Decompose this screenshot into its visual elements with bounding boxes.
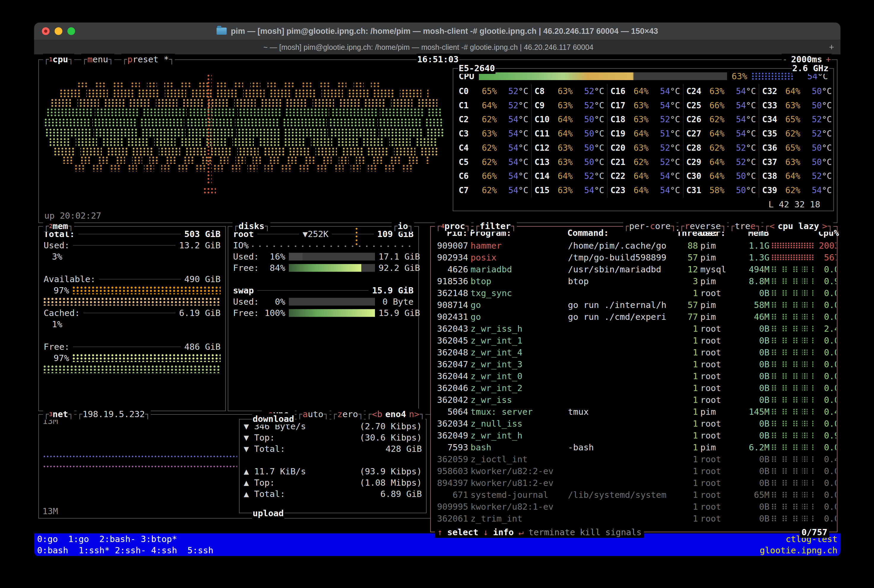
terminate-button[interactable]: terminate xyxy=(528,526,575,538)
title-bar[interactable]: pim — [mosh] pim@glootie.ipng.ch: /home/… xyxy=(34,22,841,40)
core-temp: 54°C xyxy=(650,100,680,111)
core-cell: C38 64% 52°C xyxy=(759,170,835,184)
process-row[interactable]: 918536 btop btop 3 pim 8.8M 0.9 xyxy=(431,275,836,287)
process-row[interactable]: 894397 kworker/u81:2-ev 1 root 0B 0.0 xyxy=(431,477,836,489)
auto-button[interactable]: auto xyxy=(296,408,329,420)
process-row[interactable]: 671 systemd-journal /lib/systemd/system … xyxy=(431,489,836,501)
close-button[interactable] xyxy=(42,27,50,35)
new-tab-button[interactable]: + xyxy=(823,42,841,52)
core-cell: C1 64% 52°C xyxy=(456,99,531,113)
core-temp: 50°C xyxy=(575,157,604,168)
cpu-panel: 1cpu menu preset * 16:51:03 - 2000ms + xyxy=(38,59,838,223)
core-name: C22 xyxy=(611,171,632,182)
core-usage: 64% xyxy=(785,171,800,182)
core-name: C14 xyxy=(535,171,556,182)
core-name: C20 xyxy=(611,142,632,154)
core-temp: 50°C xyxy=(575,128,604,140)
process-memory: 0B xyxy=(740,323,770,334)
process-cpu-percent: 0.0 xyxy=(816,394,836,405)
sort-mode-switcher[interactable]: <cpu lazy> xyxy=(763,220,833,232)
swap-used-bar xyxy=(289,298,375,306)
process-cpu-meter xyxy=(772,350,814,356)
process-row[interactable]: 5064 tmux: server tmux 1 pim 145M 0.4 xyxy=(431,406,836,418)
interface-switcher[interactable]: <beno4n> xyxy=(366,408,426,420)
download-top-row: ▼ Top:(30.6 Kibps) xyxy=(244,432,422,443)
net-ip-address: 198.19.5.232 xyxy=(77,408,151,420)
per-core-toggle[interactable]: per-core xyxy=(623,220,677,232)
process-row[interactable]: 362048 z_wr_int_4 1 root 0B 0.0 xyxy=(431,346,836,358)
zoom-button[interactable] xyxy=(68,27,75,35)
process-row[interactable]: 362148 txg_sync 1 root 0B 0.0 xyxy=(431,287,836,299)
process-threads: 12 xyxy=(677,264,698,275)
process-pid: 362044 xyxy=(433,370,468,382)
process-user: root xyxy=(700,418,737,429)
process-row[interactable]: 909995 kworker/u82:1-ev 1 root 0B 0.0 xyxy=(431,501,836,513)
process-cpu-meter xyxy=(772,326,814,332)
tab-title[interactable]: ~ — [mosh] pim@glootie.ipng.ch: /home/pi… xyxy=(34,43,823,52)
process-row[interactable]: 362061 z_trim_int 1 root 0B 0.0 xyxy=(431,513,836,525)
preset-button[interactable]: preset * xyxy=(122,54,175,65)
process-row[interactable]: 362045 z_wr_int_1 1 root 0B 0.0 xyxy=(431,334,836,346)
process-cpu-percent: 2.4 xyxy=(816,323,836,334)
process-row[interactable]: 362059 z_ioctl_int 1 root 0B 0.4 xyxy=(431,453,836,465)
process-cpu-meter xyxy=(772,421,814,427)
core-usage: 62% xyxy=(482,114,497,125)
mem-free-meter2 xyxy=(44,364,221,375)
process-row[interactable]: 362046 z_wr_int_2 1 root 0B 0.0 xyxy=(431,382,836,394)
process-row[interactable]: 902431 go go run ./cmd/experi 77 pim 46M… xyxy=(431,311,836,323)
core-cell: C16 64% 54°C xyxy=(607,84,683,99)
process-row[interactable]: 909007 hammer /home/pim/.cache/go 88 pim… xyxy=(431,240,836,252)
process-row[interactable]: 362043 z_wr_iss_h 1 root 0B 2.4 xyxy=(431,323,836,334)
filter-button[interactable]: filter xyxy=(474,220,517,232)
core-temp: 50°C xyxy=(726,185,756,196)
process-cpu-percent: 0.0 xyxy=(816,489,836,501)
menu-button[interactable]: menu xyxy=(81,54,114,65)
disk-root-free-row: Free:84% 92.2 GiB xyxy=(233,262,414,273)
process-user: root xyxy=(700,335,737,346)
zero-button[interactable]: zero xyxy=(331,408,364,420)
interval-decrease-button[interactable]: - xyxy=(782,54,787,65)
process-row[interactable]: 362034 z_null_iss 1 root 0B 0.0 xyxy=(431,418,836,430)
core-cell: C7 62% 54°C xyxy=(456,183,531,198)
process-cpu-percent: 0.0 xyxy=(816,335,836,346)
core-name: C29 xyxy=(686,157,708,168)
process-cpu-meter xyxy=(772,290,814,296)
process-row[interactable]: 362044 z_wr_int_0 1 root 0B 0.0 xyxy=(431,370,836,382)
core-name: C9 xyxy=(535,100,556,111)
process-row[interactable]: 958603 kworker/u82:2-ev 1 root 0B 0.0 xyxy=(431,465,836,477)
reverse-toggle[interactable]: reverse xyxy=(678,220,727,232)
folder-icon xyxy=(217,28,227,35)
signals-button[interactable]: signals xyxy=(605,526,642,538)
process-program: z_null_iss xyxy=(471,418,566,429)
process-threads: 1 xyxy=(677,501,698,512)
io-toggle-button[interactable]: io xyxy=(391,220,414,232)
tree-toggle[interactable]: tree xyxy=(729,220,762,232)
process-threads: 88 xyxy=(677,240,698,251)
select-down-arrow[interactable]: ↓ xyxy=(483,526,488,538)
process-cpu-meter xyxy=(772,243,814,249)
core-temp: 54°C xyxy=(726,100,756,111)
process-memory: 0B xyxy=(740,465,770,477)
process-row[interactable]: 362049 z_wr_int_h 1 root 0B 0.9 xyxy=(431,430,836,441)
select-up-arrow[interactable]: ↑ xyxy=(437,526,442,538)
process-row[interactable]: 902934 posix /tmp/go-build598899 57 pim … xyxy=(431,252,836,264)
core-name: C21 xyxy=(611,157,632,168)
process-row[interactable]: 4626 mariadbd /usr/sbin/mariadbd 12 mysq… xyxy=(431,264,836,275)
process-row[interactable]: 7593 bash -bash 1 pim 6.2M 0.0 xyxy=(431,441,836,453)
core-temp: 54°C xyxy=(575,185,604,196)
process-user: mysql xyxy=(700,264,737,275)
minimize-button[interactable] xyxy=(55,27,62,35)
info-hint[interactable]: info xyxy=(493,526,514,538)
select-hint[interactable]: select xyxy=(447,526,478,538)
process-row[interactable]: 908714 go go run ./internal/h 57 pim 58M… xyxy=(431,299,836,311)
core-temp: 52°C xyxy=(650,157,680,168)
kill-button[interactable]: kill xyxy=(580,526,600,538)
process-cpu-meter xyxy=(772,266,814,272)
core-name: C3 xyxy=(459,128,480,140)
mem-available-row: Available:490 GiB xyxy=(44,273,221,285)
process-row[interactable]: 362042 z_wr_iss 1 root 0B 0.0 xyxy=(431,394,836,406)
process-row[interactable]: 362047 z_wr_int_3 1 root 0B 0.0 xyxy=(431,358,836,370)
process-program: z_wr_int_h xyxy=(471,430,566,441)
upload-label: upload xyxy=(252,508,284,519)
core-usage: 66% xyxy=(482,171,497,182)
